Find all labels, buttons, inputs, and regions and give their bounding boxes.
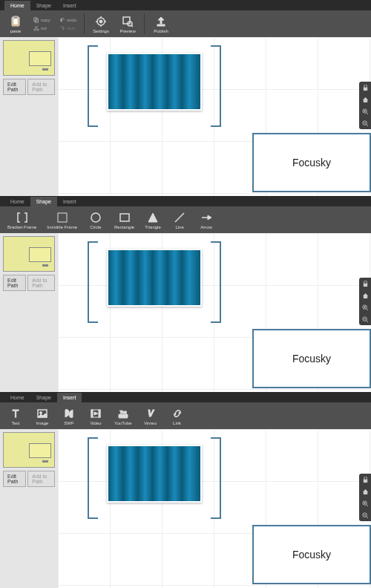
link-button[interactable]: Link xyxy=(165,405,190,427)
settings-button[interactable]: Settings xyxy=(88,13,114,35)
zoom-out-icon[interactable] xyxy=(359,509,371,521)
watermark-frame[interactable]: Focusky xyxy=(252,525,371,584)
slide-thumbnail[interactable] xyxy=(3,432,55,468)
redo-button[interactable]: redo xyxy=(57,24,79,32)
svg-point-28 xyxy=(91,213,100,222)
link-icon xyxy=(171,407,184,420)
preview-icon xyxy=(121,15,134,28)
vimeo-button[interactable]: VVimeo xyxy=(138,405,163,427)
triangle-icon xyxy=(146,211,160,224)
video-button[interactable]: Video xyxy=(83,405,108,427)
text-button[interactable]: TText xyxy=(3,405,28,427)
svg-line-21 xyxy=(366,112,368,114)
svg-line-30 xyxy=(175,213,184,222)
svg-point-5 xyxy=(34,28,36,30)
tab-home[interactable]: Home xyxy=(4,393,30,402)
zoom-in-icon[interactable] xyxy=(359,105,371,117)
watermark-frame[interactable]: Focusky xyxy=(252,329,371,388)
image-icon xyxy=(36,407,49,420)
svg-rect-19 xyxy=(363,87,367,91)
svg-rect-49 xyxy=(363,479,367,483)
bracket-frame[interactable] xyxy=(88,241,221,323)
bracket-frame-button[interactable]: Bracket Frame xyxy=(3,209,41,231)
add-to-path-button[interactable]: Add to Path xyxy=(27,471,55,487)
home-icon[interactable] xyxy=(359,94,371,105)
line-button[interactable]: Line xyxy=(167,209,192,231)
svg-point-41 xyxy=(40,411,42,414)
invisible-frame-button[interactable]: Invisible Frame xyxy=(42,209,82,231)
edit-path-button[interactable]: Edit Path xyxy=(3,79,26,95)
svg-rect-18 xyxy=(157,24,165,26)
tab-home[interactable]: Home xyxy=(4,197,30,206)
undo-button[interactable]: undo xyxy=(57,16,79,24)
bracket-frame[interactable] xyxy=(88,45,221,127)
tab-shape[interactable]: Shape xyxy=(30,1,57,10)
triangle-button[interactable]: Triangle xyxy=(140,209,165,231)
canvas-image[interactable] xyxy=(107,53,202,111)
rectangle-button[interactable]: Rectangle xyxy=(110,209,139,231)
svg-line-7 xyxy=(35,25,38,28)
canvas-image[interactable] xyxy=(107,249,202,307)
tab-insert[interactable]: Insert xyxy=(57,197,82,206)
cut-button[interactable]: cut xyxy=(31,24,53,32)
svg-line-55 xyxy=(366,516,368,518)
svg-text:Tube: Tube xyxy=(119,414,127,418)
circle-icon xyxy=(89,211,102,224)
svg-rect-15 xyxy=(123,17,130,24)
zoom-out-icon[interactable] xyxy=(359,313,371,325)
zoom-out-icon[interactable] xyxy=(359,117,371,129)
edit-path-button[interactable]: Edit Path xyxy=(3,471,26,487)
tab-insert[interactable]: Insert xyxy=(57,393,82,402)
youtube-icon: YouTube xyxy=(116,407,130,420)
line-icon xyxy=(173,211,186,224)
watermark-frame[interactable]: Focusky xyxy=(252,133,371,192)
bracket-frame[interactable] xyxy=(88,437,221,519)
lock-icon[interactable] xyxy=(359,82,371,94)
canvas[interactable]: Focusky xyxy=(58,429,371,588)
canvas[interactable]: Focusky xyxy=(58,37,371,196)
youtube-button[interactable]: YouTubeYouTube xyxy=(110,405,137,427)
canvas-image[interactable] xyxy=(107,445,202,503)
tab-insert[interactable]: Insert xyxy=(57,1,82,10)
sidebar: Edit Path Add to Path xyxy=(0,233,58,392)
circle-button[interactable]: Circle xyxy=(83,209,108,231)
tab-bar: Home Shape Insert xyxy=(0,0,371,10)
preview-button[interactable]: Preview xyxy=(115,13,140,35)
right-toolbar xyxy=(359,278,371,325)
invisible-frame-icon xyxy=(56,211,69,224)
publish-button[interactable]: Publish xyxy=(148,13,174,35)
zoom-in-icon[interactable] xyxy=(359,497,371,509)
paste-icon xyxy=(9,15,22,28)
toolbar-shape: Bracket Frame Invisible Frame Circle Rec… xyxy=(0,206,371,233)
home-icon[interactable] xyxy=(359,486,371,497)
arrow-icon xyxy=(200,211,213,224)
svg-rect-29 xyxy=(120,214,129,221)
vimeo-icon: V xyxy=(144,407,157,420)
tab-home[interactable]: Home xyxy=(4,1,30,10)
svg-line-25 xyxy=(366,124,368,126)
svg-point-6 xyxy=(37,28,39,30)
tab-shape[interactable]: Shape xyxy=(30,197,57,206)
svg-text:T: T xyxy=(13,408,19,419)
tab-bar: Home Shape Insert xyxy=(0,392,371,402)
copy-button[interactable]: copy xyxy=(31,16,53,24)
home-icon[interactable] xyxy=(359,290,371,301)
video-icon xyxy=(89,407,102,420)
edit-path-button[interactable]: Edit Path xyxy=(3,275,26,291)
tab-shape[interactable]: Shape xyxy=(30,393,57,402)
swf-button[interactable]: SWF xyxy=(56,405,82,427)
add-to-path-button[interactable]: Add to Path xyxy=(27,79,55,95)
right-toolbar xyxy=(359,82,371,129)
publish-icon xyxy=(154,15,168,28)
gear-icon xyxy=(94,15,108,28)
lock-icon[interactable] xyxy=(359,278,371,290)
paste-button[interactable]: paste xyxy=(3,13,28,35)
lock-icon[interactable] xyxy=(359,474,371,486)
canvas[interactable]: Focusky xyxy=(58,233,371,392)
slide-thumbnail[interactable] xyxy=(3,236,55,272)
image-button[interactable]: Image xyxy=(30,405,55,427)
arrow-button[interactable]: Arrow xyxy=(194,209,219,231)
zoom-in-icon[interactable] xyxy=(359,301,371,313)
add-to-path-button[interactable]: Add to Path xyxy=(27,275,55,291)
slide-thumbnail[interactable] xyxy=(3,40,55,76)
